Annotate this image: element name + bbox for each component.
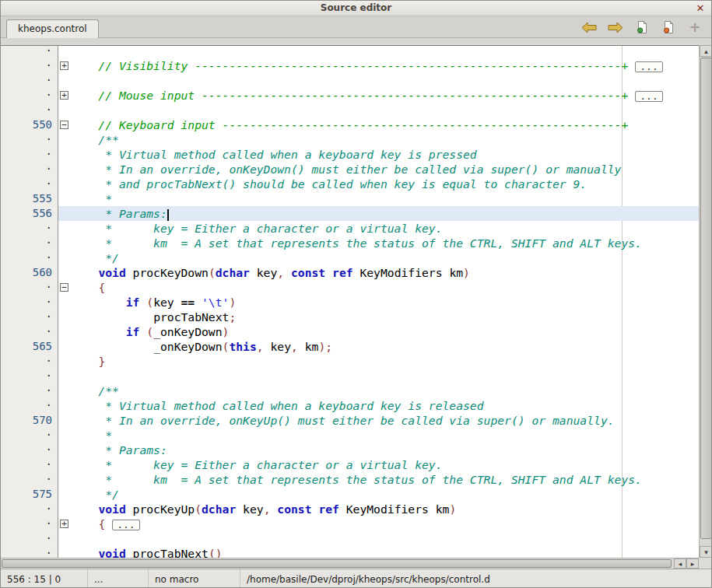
code-text: * Virtual method called when a keyboard … — [71, 147, 699, 162]
code-line[interactable]: 575 */ — [1, 487, 699, 502]
title-bar: Source editor ✕ — [1, 1, 711, 16]
line-number: 556 — [1, 206, 58, 221]
vertical-scroll-track[interactable] — [700, 57, 712, 546]
fold-collapse-icon[interactable]: − — [60, 283, 68, 292]
vertical-scrollbar[interactable]: ▴ ▾ — [699, 45, 712, 558]
code-text: // Mouse input -------------------------… — [71, 88, 699, 103]
vertical-scroll-thumb[interactable] — [700, 58, 712, 539]
code-line[interactable]: · } — [1, 354, 699, 369]
code-text: * In an override, onKeyDown() must eithe… — [71, 162, 699, 177]
code-line[interactable]: ·− { — [1, 280, 699, 295]
code-line[interactable]: · /** — [1, 383, 699, 398]
fold-column — [58, 236, 71, 250]
document-close-button[interactable] — [660, 19, 677, 35]
code-line[interactable]: 560 void procKeyDown(dchar key, const re… — [1, 265, 699, 280]
fold-expand-icon[interactable]: + — [60, 520, 68, 528]
fold-column — [58, 162, 71, 177]
fold-expand-icon[interactable]: + — [60, 61, 68, 70]
code-text: * — [71, 191, 699, 206]
fold-column — [58, 443, 71, 457]
fold-column — [58, 472, 71, 487]
code-text: } — [71, 354, 699, 369]
fold-column — [58, 221, 71, 236]
code-text: { — [71, 280, 699, 295]
code-text: * and procTabNext() should be called whe… — [71, 177, 699, 191]
code-text: /** — [71, 383, 699, 398]
code-line[interactable]: · procTabNext; — [1, 310, 699, 324]
code-line[interactable]: · * — [1, 428, 699, 443]
scroll-down-button[interactable]: ▾ — [700, 546, 712, 558]
code-line[interactable]: · — [1, 531, 699, 546]
fold-column — [58, 250, 71, 265]
code-line[interactable]: · if (key == '\t') — [1, 295, 699, 310]
collapsed-fold-marker[interactable]: ... — [635, 61, 662, 72]
code-line[interactable]: 555 * — [1, 191, 699, 206]
code-text — [71, 103, 699, 117]
code-line[interactable]: 570 * In an override, onKeyUp() must eit… — [1, 413, 699, 428]
code-text: _onKeyDown(this, key, km); — [71, 339, 699, 354]
code-line[interactable]: · — [1, 45, 699, 58]
document-orange-mark-icon — [663, 21, 675, 33]
code-line[interactable]: ·+ // Visibility -----------------------… — [1, 58, 699, 73]
code-line[interactable]: · /** — [1, 132, 699, 147]
go-forward-button[interactable] — [607, 19, 624, 35]
code-line[interactable]: · — [1, 369, 699, 383]
code-line[interactable]: · * km = A set that represents the statu… — [1, 472, 699, 487]
fold-collapse-icon[interactable]: − — [60, 121, 68, 129]
code-text: void procTabNext() — [71, 546, 699, 558]
code-line[interactable]: · * km = A set that represents the statu… — [1, 236, 699, 250]
go-back-button[interactable] — [580, 19, 598, 35]
code-line[interactable]: · * Virtual method called when a keyboar… — [1, 398, 699, 413]
code-line[interactable]: · void procKeyUp(dchar key, const ref Ke… — [1, 502, 699, 516]
code-text: */ — [71, 250, 699, 265]
code-line[interactable]: 550− // Keyboard input -----------------… — [1, 117, 699, 132]
line-number: 550 — [1, 117, 58, 132]
code-line[interactable]: · * Params: — [1, 443, 699, 457]
code-text: * key = Either a character or a virtual … — [71, 221, 699, 236]
detach-editor-icon[interactable]: + — [686, 19, 703, 35]
code-text: */ — [71, 487, 699, 502]
code-line[interactable]: ·+ // Mouse input ----------------------… — [1, 88, 699, 103]
scroll-right-button[interactable]: ▸ — [686, 558, 699, 569]
collapsed-fold-marker[interactable]: ... — [112, 520, 139, 530]
scroll-up-button[interactable]: ▴ — [700, 45, 712, 57]
line-number: · — [1, 531, 58, 546]
fold-column — [58, 428, 71, 443]
code-line[interactable]: · * Virtual method called when a keyboar… — [1, 147, 699, 162]
document-green-mark-icon — [637, 21, 648, 33]
file-path-panel: /home/basile/Dev/dproj/kheops/src/kheops… — [240, 569, 711, 588]
fold-expand-icon[interactable]: + — [60, 91, 68, 100]
fold-column: + — [58, 58, 71, 73]
tab-kheops-control[interactable]: kheops.control — [6, 19, 99, 38]
horizontal-scroll-track[interactable] — [1, 558, 674, 569]
code-line[interactable]: · * key = Either a character or a virtua… — [1, 221, 699, 236]
document-save-button[interactable] — [633, 19, 651, 35]
code-text: /** — [71, 132, 699, 147]
code-line[interactable]: ·+ {... — [1, 516, 699, 531]
code-line[interactable]: · if (_onKeyDown) — [1, 324, 699, 339]
line-number: · — [1, 324, 58, 339]
code-line[interactable]: · * key = Either a character or a virtua… — [1, 457, 699, 472]
code-line[interactable]: · * and procTabNext() should be called w… — [1, 177, 699, 191]
horizontal-scrollbar[interactable]: ◂ ▸ — [1, 558, 699, 569]
scroll-left-button[interactable]: ◂ — [674, 558, 686, 569]
fold-column — [58, 487, 71, 502]
fold-column: − — [58, 117, 71, 132]
scrollbar-corner — [699, 558, 712, 569]
code-text: * km = A set that represents the status … — [71, 236, 699, 250]
fold-column — [58, 177, 71, 191]
code-line[interactable]: · */ — [1, 250, 699, 265]
code-line[interactable]: · — [1, 73, 699, 88]
code-line[interactable]: · * In an override, onKeyDown() must eit… — [1, 162, 699, 177]
close-icon[interactable]: ✕ — [693, 2, 707, 16]
line-number: 565 — [1, 339, 58, 354]
code-line[interactable]: 556 * Params: — [1, 206, 699, 221]
line-number: · — [1, 177, 58, 191]
code-editor[interactable]: ··+ // Visibility ----------------------… — [1, 45, 699, 558]
collapsed-fold-marker[interactable]: ... — [635, 91, 662, 102]
tab-bar: kheops.control + — [1, 16, 711, 38]
code-line[interactable]: · void procTabNext() — [1, 546, 699, 558]
code-line[interactable]: 565 _onKeyDown(this, key, km); — [1, 339, 699, 354]
horizontal-scroll-thumb[interactable] — [2, 559, 672, 568]
code-line[interactable]: · — [1, 103, 699, 117]
